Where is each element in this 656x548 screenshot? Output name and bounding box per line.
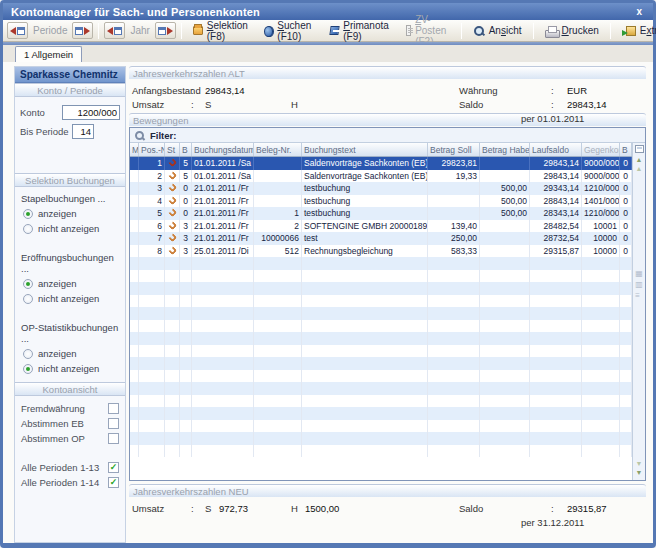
empty-row	[130, 345, 632, 358]
cell-soll: 250,00	[428, 232, 480, 245]
konto-input[interactable]	[62, 105, 120, 120]
cell-b: 5	[180, 170, 192, 183]
column-header-datum[interactable]: Buchungsdatum▼	[192, 143, 254, 156]
radio-option[interactable]: nicht anzeigen	[15, 291, 125, 306]
checkbox-unchecked-icon[interactable]	[108, 403, 119, 414]
suchen-button[interactable]: Suchen (F10)	[259, 21, 322, 40]
nav-prev-jahr-button[interactable]	[104, 22, 125, 39]
anfangsbestand-value: 29843,14	[205, 85, 277, 96]
cell-datum: 21.01.2011 /Fr	[192, 207, 254, 220]
radio-option[interactable]: anzeigen	[15, 276, 125, 291]
column-header-soll[interactable]: Betrag Soll	[428, 143, 480, 156]
table-row[interactable]: 5021.01.2011 /Fr1testbuchung500,0028343,…	[130, 207, 632, 220]
column-header-b2[interactable]: B	[620, 143, 632, 156]
table-scrollbar[interactable]: ▲ ▲ ▦ ▥ ≡ ▼ ▼	[632, 143, 645, 480]
cell-gegenkonto: 1210/000	[582, 207, 620, 220]
radio-unselected-icon[interactable]	[23, 349, 33, 359]
table-row[interactable]: 4021.01.2011 /Frtestbuchung500,0028843,1…	[130, 195, 632, 208]
waehrung-label: Währung	[459, 85, 551, 96]
cell-text: test	[302, 232, 428, 245]
cell-beleg	[254, 182, 302, 195]
radio-option[interactable]: anzeigen	[15, 346, 125, 361]
extras-button[interactable]: Extras	[616, 21, 656, 40]
empty-row	[130, 445, 632, 458]
radio-selected-icon[interactable]	[23, 364, 33, 374]
radio-option[interactable]: nicht anzeigen	[15, 221, 125, 236]
column-header-beleg[interactable]: Beleg-Nr.	[254, 143, 302, 156]
cell-haben	[480, 170, 530, 183]
radio-option[interactable]: nicht anzeigen	[15, 361, 125, 376]
column-header-text[interactable]: Buchungstext	[302, 143, 428, 156]
checkbox-label: Fremdwährung	[21, 403, 108, 414]
column-header-gegenkonto[interactable]: Gegenkonto	[582, 143, 620, 156]
cell-haben	[480, 232, 530, 245]
cell-b: 3	[180, 232, 192, 245]
column-header-b[interactable]: B	[180, 143, 192, 156]
checkbox-checked-icon[interactable]: ✓	[108, 462, 119, 473]
checkbox-row[interactable]: Abstimmen OP	[15, 431, 125, 446]
column-header-saldo[interactable]: Laufsaldo	[530, 143, 582, 156]
table-row[interactable]: 8325.01.2011 /Di512Rechnungsbegleichung5…	[130, 245, 632, 258]
nav-next-periode-button[interactable]	[72, 22, 93, 39]
cell-saldo: 28843,14	[530, 195, 582, 208]
radio-selected-icon[interactable]	[23, 209, 33, 219]
column-header-m[interactable]: M	[130, 143, 139, 156]
selektion-button[interactable]: Selektion (F8)	[187, 21, 257, 40]
checkbox-row[interactable]: Abstimmen EB	[15, 416, 125, 431]
neu-saldo-value: 29315,87	[567, 503, 637, 514]
radio-option[interactable]: anzeigen	[15, 206, 125, 221]
checkbox-unchecked-icon[interactable]	[108, 433, 119, 444]
checkbox-label: Abstimmen EB	[21, 418, 108, 429]
cell-st	[165, 182, 180, 195]
primanota-button[interactable]: Primanota (F9)	[324, 21, 398, 40]
radio-unselected-icon[interactable]	[23, 224, 33, 234]
column-chooser-icon[interactable]	[635, 145, 644, 153]
bis-periode-input[interactable]	[72, 124, 94, 139]
cell-st	[165, 195, 180, 208]
cell-saldo: 29343,14	[530, 182, 582, 195]
cell-m	[130, 232, 139, 245]
table-row[interactable]: 3021.01.2011 /Frtestbuchung500,0029343,1…	[130, 182, 632, 195]
bank-header: Sparkasse Chemnitz	[15, 67, 125, 83]
sum-mini-icon[interactable]: ≡	[635, 292, 643, 300]
cell-pos: 7	[139, 232, 165, 245]
cell-text: Saldenvorträge Sachkonten (EB)	[302, 170, 428, 183]
column-header-haben[interactable]: Betrag Haben	[480, 143, 530, 156]
checkbox-row[interactable]: Fremdwährung	[15, 401, 125, 416]
nav-prev-periode-button[interactable]	[7, 22, 28, 39]
tab-allgemein[interactable]: 1 Allgemein	[15, 46, 82, 62]
nav-next-jahr-button[interactable]	[155, 22, 176, 39]
checkbox-unchecked-icon[interactable]	[108, 418, 119, 429]
grid-mini-icon[interactable]: ▦	[635, 270, 643, 278]
checkbox-row[interactable]: Alle Perioden 1-14✓	[15, 475, 125, 490]
table-row[interactable]: 2501.01.2011 /SaSaldenvorträge Sachkonte…	[130, 170, 632, 183]
empty-row	[130, 257, 632, 270]
ansicht-button[interactable]: Ansicht	[467, 21, 528, 40]
radio-selected-icon[interactable]	[23, 279, 33, 289]
drucken-button[interactable]: Drucken	[539, 21, 605, 40]
filter-row[interactable]: Filter:	[130, 128, 645, 143]
table-row[interactable]: 1501.01.2011 /SaSaldenvorträge Sachkonte…	[130, 157, 632, 170]
column-header-pos[interactable]: Pos.-Nr▼	[139, 143, 165, 156]
scroll-up-icon[interactable]: ▲	[636, 165, 643, 174]
close-button[interactable]: x	[633, 6, 645, 17]
checkbox-row[interactable]: Alle Perioden 1-13✓	[15, 460, 125, 475]
magnifier-icon	[473, 25, 485, 37]
cell-datum: 21.01.2011 /Fr	[192, 182, 254, 195]
cell-saldo: 29315,87	[530, 245, 582, 258]
tab-strip: 1 Allgemein	[3, 45, 653, 62]
cell-b: 5	[180, 157, 192, 170]
table-row[interactable]: 6321.01.2011 /Fr2SOFTENGINE GMBH 2000018…	[130, 220, 632, 233]
checkbox-checked-icon[interactable]: ✓	[108, 477, 119, 488]
scroll-bottom-icon[interactable]: ▼	[636, 469, 643, 478]
scroll-top-icon[interactable]: ▲	[636, 156, 643, 165]
radio-label: nicht anzeigen	[38, 363, 99, 374]
search-mini-icon[interactable]: ▥	[635, 281, 643, 289]
table-row[interactable]: 7321.01.2011 /Fr10000066test250,0028732,…	[130, 232, 632, 245]
scroll-mid-icons: ▦ ▥ ≡	[635, 270, 643, 300]
radio-unselected-icon[interactable]	[23, 294, 33, 304]
scroll-down-icon[interactable]: ▼	[636, 460, 643, 469]
column-header-st[interactable]: St	[165, 143, 180, 156]
cell-st	[165, 245, 180, 258]
nav-label-jahr: Jahr	[127, 25, 152, 36]
